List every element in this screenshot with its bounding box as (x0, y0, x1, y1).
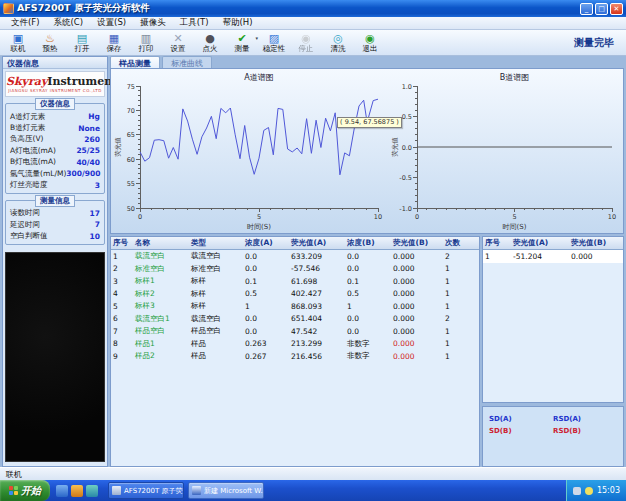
table-cell: 标样2 (133, 289, 189, 299)
exit-icon: ◉ (365, 33, 375, 45)
chart-channel-b[interactable]: -1.0-0.50.00.51.00510B道谱图荧光值时间(S) (389, 70, 622, 232)
toolbar-button-label: 打开 (75, 45, 90, 53)
table-row[interactable]: 3标样1标样0.161.6980.10.0001 (111, 275, 479, 288)
toolbar-button-打印[interactable]: ▥打印 (130, 30, 162, 55)
taskbar-task-1[interactable]: 新建 Microsoft W... (188, 482, 264, 499)
info-label: A道灯元素 (10, 112, 45, 122)
close-button[interactable]: ✕ (610, 3, 623, 15)
column-header: 荧光值(B) (391, 238, 443, 248)
table-cell: 2 (443, 252, 473, 261)
table-cell: 样品空白 (189, 326, 243, 336)
svg-text:55: 55 (127, 180, 135, 188)
info-row: 延迟时间7 (8, 219, 102, 230)
table-row[interactable]: 7样品空白样品空白0.047.5420.00.0001 (111, 325, 479, 338)
table-row[interactable]: 6载流空白1载流空白0.0651.4040.00.0002 (111, 313, 479, 326)
status-bar: 联机 (0, 467, 626, 480)
info-group-title: 测量信息 (35, 195, 75, 207)
table-cell: 7 (111, 327, 133, 336)
table-row[interactable]: 5标样3标样1868.09310.0001 (111, 300, 479, 313)
info-value: 3 (95, 181, 100, 190)
column-header: 浓度(B) (345, 238, 391, 248)
main-area: 样品测量标准曲线 5055606570750510A道谱图荧光值时间(S) -1… (110, 56, 624, 467)
quicklaunch-icon-3[interactable] (86, 485, 98, 497)
toolbar-button-label: 点火 (203, 45, 218, 53)
toolbar-button-清洗[interactable]: ◎清洗 (322, 30, 354, 55)
svg-text:75: 75 (127, 83, 135, 91)
system-tray: 15:03 (566, 480, 626, 501)
menu-item-1[interactable]: 系统(C) (47, 17, 91, 29)
toolbar-button-label: 测量 (235, 45, 250, 53)
toolbar-button-退出[interactable]: ◉退出 (354, 30, 386, 55)
menu-item-3[interactable]: 摄像头 (133, 17, 173, 29)
taskbar-clock: 15:03 (597, 486, 620, 495)
info-group-1: 测量信息读数时间17延迟时间7空白判断值10 (5, 200, 105, 245)
tab-样品测量[interactable]: 样品测量 (110, 56, 160, 68)
logo-brand-red: Skyray (6, 75, 47, 88)
tables-area: 序号名称类型浓度(A)荧光值(A)浓度(B)荧光值(B)次数 1载流空白载流空白… (110, 236, 624, 467)
column-header: 荧光值(A) (511, 238, 569, 248)
chart-channel-a[interactable]: 5055606570750510A道谱图荧光值时间(S) (112, 70, 388, 232)
toolbar-button-label: 稳定性 (263, 45, 286, 53)
menu-item-0[interactable]: 文件(F) (4, 17, 47, 29)
menu-item-2[interactable]: 设置(S) (90, 17, 133, 29)
toolbar-button-打开[interactable]: ▤打开 (66, 30, 98, 55)
table-row[interactable]: 9样品2样品0.267216.456非数字0.0001 (111, 350, 479, 363)
window-title: AFS7200T 原子荧光分析软件 (17, 2, 580, 15)
info-label: 灯丝亮暗度 (10, 180, 48, 190)
toolbar-button-保存[interactable]: ▦保存 (98, 30, 130, 55)
taskbar-task-0[interactable]: AFS7200T 原子荧光 (108, 482, 184, 499)
table-cell: 载流空白1 (133, 314, 189, 324)
table-row[interactable]: 4标样2标样0.5402.4270.50.0001 (111, 288, 479, 301)
svg-text:时间(S): 时间(S) (503, 223, 527, 231)
task-label: AFS7200T 原子荧光 (124, 486, 184, 496)
table-row[interactable]: 1-51.2040.000 (483, 250, 623, 263)
svg-text:50: 50 (127, 205, 135, 213)
chart-tooltip: ( 9.54, 67.56875 ) (337, 117, 402, 128)
table-cell: 0.0 (243, 327, 289, 336)
table-cell: 1 (443, 289, 473, 298)
toolbar-button-点火[interactable]: ●点火 (194, 30, 226, 55)
table-cell: 402.427 (289, 289, 345, 298)
table-cell: 0.000 (391, 264, 443, 273)
windows-flag-icon (9, 486, 18, 495)
table-cell: 1 (443, 327, 473, 336)
table-cell: -57.546 (289, 264, 345, 273)
toolbar-button-测量[interactable]: ✔测量▾ (226, 30, 258, 55)
column-header: 荧光值(B) (569, 238, 619, 248)
table-cell: 0.1 (345, 277, 391, 286)
table-cell: 0.000 (391, 339, 443, 348)
info-group-0: 仪器信息A道灯元素HgB道灯元素None负高压(V)260A灯电流(mA)25/… (5, 103, 105, 194)
minimize-button[interactable]: _ (580, 3, 593, 15)
quicklaunch-icon-1[interactable] (56, 485, 68, 497)
toolbar-button-稳定性[interactable]: ▨稳定性 (258, 30, 290, 55)
print-icon: ▥ (141, 33, 151, 45)
toolbar-button-预热[interactable]: ♨预热 (34, 30, 66, 55)
menu-item-4[interactable]: 工具(T) (173, 17, 216, 29)
table-cell: 0.0 (345, 264, 391, 273)
info-row: 读数时间17 (8, 208, 102, 219)
tray-icon-2[interactable] (585, 487, 593, 495)
toolbar-button-设置[interactable]: ✕设置 (162, 30, 194, 55)
camera-view (5, 252, 105, 462)
start-button[interactable]: 开始 (0, 480, 50, 501)
restore-button[interactable]: □ (595, 3, 608, 15)
info-label: 读数时间 (10, 208, 40, 218)
table-cell: 标样 (189, 276, 243, 286)
quicklaunch-icon-2[interactable] (71, 485, 83, 497)
table-cell: 868.093 (289, 302, 345, 311)
tray-icon-1[interactable] (573, 487, 581, 495)
toolbar-button-联机[interactable]: ▣联机 (2, 30, 34, 55)
info-label: B灯电流(mA) (10, 157, 56, 167)
toolbar-button-label: 清洗 (331, 45, 346, 53)
title-bar: AFS7200T 原子荧光分析软件 _ □ ✕ (0, 0, 626, 17)
table-cell: 0.267 (243, 352, 289, 361)
tab-标准曲线[interactable]: 标准曲线 (162, 56, 212, 68)
table-row[interactable]: 1载流空白载流空白0.0633.2090.00.0002 (111, 250, 479, 263)
table-row[interactable]: 2标准空白标准空白0.0-57.5460.00.0001 (111, 263, 479, 276)
svg-text:0.0: 0.0 (402, 144, 412, 152)
stop-icon: ◉ (301, 33, 311, 45)
table-cell: 1 (111, 252, 133, 261)
table-row[interactable]: 8样品1样品0.263213.299非数字0.0001 (111, 338, 479, 351)
menu-item-5[interactable]: 帮助(H) (215, 17, 259, 29)
sample-table: 序号名称类型浓度(A)荧光值(A)浓度(B)荧光值(B)次数 1载流空白载流空白… (110, 236, 480, 467)
